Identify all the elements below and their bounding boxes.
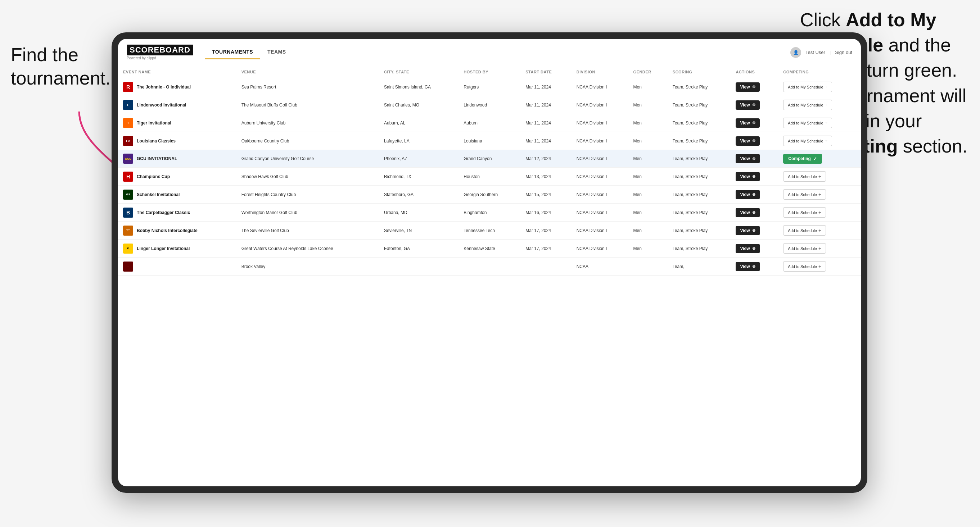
add-to-schedule-button[interactable]: Add to Schedule + xyxy=(783,261,826,271)
city-state-cell: Statesboro, GA xyxy=(379,186,458,203)
scoring-cell: Team, Stroke Play xyxy=(668,114,731,132)
city-state-cell: Urbana, MD xyxy=(379,203,458,222)
table-row: B The Carpetbagger Classic Worthington M… xyxy=(118,203,861,222)
app-header: SCOREBOARD Powered by clippd TOURNAMENTS… xyxy=(118,39,861,66)
gender-cell: Men xyxy=(628,150,668,168)
table-row: TT Bobby Nichols Intercollegiate The Sev… xyxy=(118,222,861,240)
view-icon: ⊕ xyxy=(752,228,756,233)
view-button[interactable]: View ⊕ xyxy=(736,172,759,181)
add-to-schedule-button[interactable]: Add to Schedule + xyxy=(783,243,826,254)
add-to-schedule-button[interactable]: Add to My Schedule + xyxy=(783,117,832,128)
team-logo: H xyxy=(123,171,133,182)
view-button[interactable]: View ⊕ xyxy=(736,226,759,235)
scoring-cell: Team, Stroke Play xyxy=(668,78,731,96)
team-logo: GCU xyxy=(123,154,133,163)
event-name-text: Schenkel Invitational xyxy=(137,192,180,197)
plus-icon: + xyxy=(818,192,821,197)
competing-button[interactable]: Competing ✓ xyxy=(783,154,822,163)
add-to-schedule-button[interactable]: Add to Schedule + xyxy=(783,189,826,200)
actions-cell: View ⊕ xyxy=(730,78,778,96)
division-cell: NCAA Division I xyxy=(571,96,628,114)
table-row: ... Brook ValleyNCAATeam,View ⊕Add to Sc… xyxy=(118,257,861,276)
city-state-cell xyxy=(379,257,458,276)
view-icon: ⊕ xyxy=(752,210,756,215)
event-name-text: Louisiana Classics xyxy=(137,138,176,143)
table-row: R The Johnnie - O Individual Sea Palms R… xyxy=(118,78,861,96)
competing-cell: Add to Schedule + xyxy=(778,240,861,257)
view-button[interactable]: View ⊕ xyxy=(736,137,759,146)
actions-cell: View ⊕ xyxy=(730,114,778,132)
col-city-state: CITY, STATE xyxy=(379,66,458,78)
hosted-by-cell: Louisiana xyxy=(458,132,520,150)
competing-cell: Add to My Schedule + xyxy=(778,132,861,150)
view-icon: ⊕ xyxy=(752,264,756,269)
gender-cell: Men xyxy=(628,240,668,257)
view-icon: ⊕ xyxy=(752,174,756,179)
event-name-text: The Carpetbagger Classic xyxy=(137,210,190,215)
tablet-screen: SCOREBOARD Powered by clippd TOURNAMENTS… xyxy=(118,39,861,486)
city-state-cell: Phoenix, AZ xyxy=(379,150,458,168)
gender-cell: Men xyxy=(628,168,668,186)
view-button[interactable]: View ⊕ xyxy=(736,100,759,110)
gender-cell: Men xyxy=(628,203,668,222)
add-to-schedule-button[interactable]: Add to My Schedule + xyxy=(783,100,832,110)
event-name-text: The Johnnie - O Individual xyxy=(137,84,191,90)
view-button[interactable]: View ⊕ xyxy=(736,118,759,128)
division-cell: NCAA Division I xyxy=(571,114,628,132)
scoring-cell: Team, Stroke Play xyxy=(668,132,731,150)
view-button[interactable]: View ⊕ xyxy=(736,154,759,163)
gender-cell: Men xyxy=(628,78,668,96)
user-name: Test User xyxy=(805,50,825,55)
start-date-cell xyxy=(520,257,571,276)
division-cell: NCAA Division I xyxy=(571,150,628,168)
col-actions: ACTIONS xyxy=(730,66,778,78)
start-date-cell: Mar 17, 2024 xyxy=(520,240,571,257)
venue-cell: The Missouri Bluffs Golf Club xyxy=(237,96,379,114)
event-name-cell: LA Louisiana Classics xyxy=(118,132,237,150)
gender-cell: Men xyxy=(628,186,668,203)
add-to-schedule-button[interactable]: Add to My Schedule + xyxy=(783,82,832,92)
event-name-cell: R The Johnnie - O Individual xyxy=(118,78,237,96)
event-name-cell: H Champions Cup xyxy=(118,168,237,186)
view-button[interactable]: View ⊕ xyxy=(736,83,759,92)
division-cell: NCAA Division I xyxy=(571,186,628,203)
add-to-schedule-button[interactable]: Add to Schedule + xyxy=(783,207,826,217)
actions-cell: View ⊕ xyxy=(730,186,778,203)
add-to-schedule-button[interactable]: Add to Schedule + xyxy=(783,171,826,182)
tab-teams[interactable]: TEAMS xyxy=(260,45,293,59)
plus-icon: + xyxy=(818,174,821,179)
event-name-text: GCU INVITATIONAL xyxy=(137,156,177,161)
view-button[interactable]: View ⊕ xyxy=(736,244,759,253)
sign-out-link[interactable]: Sign out xyxy=(835,50,852,55)
view-button[interactable]: View ⊕ xyxy=(736,190,759,199)
start-date-cell: Mar 11, 2024 xyxy=(520,132,571,150)
city-state-cell: Lafayette, LA xyxy=(379,132,458,150)
plus-icon: + xyxy=(825,102,828,108)
view-icon: ⊕ xyxy=(752,84,756,89)
add-to-schedule-button[interactable]: Add to My Schedule + xyxy=(783,136,832,146)
event-name-text: Linger Longer Invitational xyxy=(137,246,190,251)
actions-cell: View ⊕ xyxy=(730,168,778,186)
tab-tournaments[interactable]: TOURNAMENTS xyxy=(205,45,260,59)
plus-icon: + xyxy=(825,138,828,143)
tournaments-table-container: EVENT NAME VENUE CITY, STATE HOSTED BY S… xyxy=(118,66,861,486)
hosted-by-cell: Grand Canyon xyxy=(458,150,520,168)
event-name-cell: T Tiger Invitational xyxy=(118,114,237,132)
city-state-cell: Richmond, TX xyxy=(379,168,458,186)
division-cell: NCAA Division I xyxy=(571,203,628,222)
plus-icon: + xyxy=(825,120,828,125)
view-button[interactable]: View ⊕ xyxy=(736,208,759,217)
venue-cell: Oakbourne Country Club xyxy=(237,132,379,150)
event-name-cell: TT Bobby Nichols Intercollegiate xyxy=(118,222,237,240)
competing-cell: Add to Schedule + xyxy=(778,257,861,276)
event-name-text: Tiger Invitational xyxy=(137,121,171,125)
col-competing: COMPETING xyxy=(778,66,861,78)
event-name-cell: K Linger Longer Invitational xyxy=(118,240,237,257)
competing-cell: Add to Schedule + xyxy=(778,168,861,186)
venue-cell: Forest Heights Country Club xyxy=(237,186,379,203)
gender-cell: Men xyxy=(628,114,668,132)
add-to-schedule-button[interactable]: Add to Schedule + xyxy=(783,225,826,236)
view-icon: ⊕ xyxy=(752,192,756,197)
venue-cell: Sea Palms Resort xyxy=(237,78,379,96)
view-button[interactable]: View ⊕ xyxy=(736,262,759,271)
